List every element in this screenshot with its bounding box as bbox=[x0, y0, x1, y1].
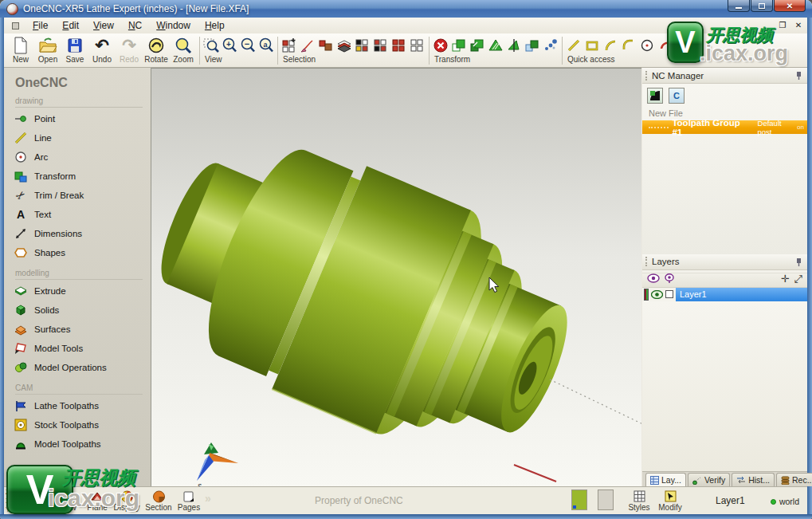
mdi-restore-button[interactable]: ❐ bbox=[777, 20, 788, 30]
tab-verify[interactable]: Verify bbox=[688, 473, 730, 486]
copy-icon[interactable] bbox=[450, 37, 468, 54]
save-button[interactable]: Save bbox=[61, 34, 88, 67]
sidebar-item-surfaces[interactable]: Surfaces bbox=[14, 320, 151, 339]
overflow-chevron-icon[interactable]: » bbox=[205, 492, 211, 505]
sidebar-item-arc[interactable]: Arc bbox=[14, 147, 151, 167]
menu-help[interactable]: Help bbox=[198, 18, 232, 33]
minimize-button[interactable] bbox=[728, 0, 750, 12]
active-layer-label: Layer1 bbox=[716, 495, 745, 506]
rotate-entity-icon[interactable] bbox=[505, 37, 523, 54]
save-label: Save bbox=[66, 55, 84, 64]
layer-visibility-eye-icon[interactable] bbox=[651, 290, 663, 299]
sidebar-item-dimensions[interactable]: Dimensions bbox=[14, 224, 151, 243]
expand-layers-icon[interactable]: ⤢ bbox=[794, 273, 802, 284]
tab-layers[interactable]: Lay... bbox=[645, 473, 686, 486]
nc-code-icon[interactable]: C bbox=[669, 88, 685, 104]
sidebar-item-transform[interactable]: Transform bbox=[14, 167, 151, 186]
sidebar-item-trim-break[interactable]: ✂ Trim / Break bbox=[14, 186, 151, 205]
tab-recent[interactable]: Rec... bbox=[776, 473, 812, 486]
sidebar-item-point[interactable]: Point bbox=[14, 109, 151, 128]
open-button[interactable]: Open bbox=[34, 34, 61, 67]
quick-rect-icon[interactable] bbox=[583, 37, 601, 54]
mirror-icon[interactable] bbox=[487, 37, 504, 54]
sidebar-item-label: Stock Toolpaths bbox=[34, 420, 99, 430]
model-3d-part[interactable]: s bbox=[151, 69, 641, 487]
layer-color-chip[interactable] bbox=[644, 289, 649, 301]
section-button[interactable]: Section bbox=[144, 489, 173, 512]
layer-row[interactable]: Layer1 bbox=[642, 288, 807, 301]
drag-grip-icon[interactable] bbox=[645, 71, 648, 81]
sidebar-item-stock-toolpaths[interactable]: Stock Toolpaths bbox=[14, 415, 151, 434]
select-grid-1-icon[interactable] bbox=[354, 37, 371, 54]
new-button[interactable]: New bbox=[7, 34, 34, 67]
section-drawing-label: drawing bbox=[15, 96, 143, 108]
active-color-swatch[interactable] bbox=[571, 490, 587, 510]
tab-history[interactable]: Hist... bbox=[732, 473, 775, 486]
mdi-document-icon[interactable] bbox=[12, 22, 19, 29]
secondary-color-swatch[interactable] bbox=[598, 490, 614, 510]
drag-grip-icon[interactable] bbox=[645, 257, 648, 266]
redo-button[interactable]: ↷ Redo bbox=[116, 34, 143, 67]
sidebar-item-lathe-toolpaths[interactable]: Lathe Toolpaths bbox=[14, 396, 151, 415]
sidebar-item-model-operations[interactable]: Model Operations bbox=[14, 358, 151, 377]
maximize-button[interactable] bbox=[751, 0, 773, 12]
pin-icon[interactable] bbox=[795, 71, 802, 81]
select-freehand-icon[interactable] bbox=[299, 37, 316, 54]
pin-icon[interactable] bbox=[795, 258, 802, 267]
select-layer-icon[interactable] bbox=[335, 37, 353, 54]
pages-button[interactable]: Pages bbox=[175, 489, 203, 512]
menu-view[interactable]: View bbox=[86, 18, 121, 33]
styles-button[interactable]: Styles bbox=[626, 489, 653, 512]
undo-button[interactable]: ↶ Undo bbox=[88, 34, 116, 67]
sidebar-item-extrude[interactable]: Extrude bbox=[14, 281, 151, 301]
layers-list-empty[interactable] bbox=[642, 301, 807, 472]
menu-nc[interactable]: NC bbox=[121, 18, 149, 33]
zoom-in-icon[interactable]: + bbox=[221, 37, 238, 54]
sidebar-item-text[interactable]: A Text bbox=[14, 205, 151, 224]
select-all-icon[interactable] bbox=[390, 37, 408, 54]
select-grid-2-icon[interactable] bbox=[372, 37, 390, 54]
zoom-out-icon[interactable]: − bbox=[239, 37, 257, 54]
layer-checkbox[interactable] bbox=[665, 290, 673, 298]
quick-arc-icon[interactable] bbox=[602, 37, 619, 54]
sidebar-item-line[interactable]: Line bbox=[14, 128, 151, 147]
quick-line-icon[interactable] bbox=[565, 37, 583, 54]
menu-edit[interactable]: Edit bbox=[55, 18, 86, 33]
zoom-window-icon[interactable] bbox=[202, 37, 220, 54]
layers-header[interactable]: Layers bbox=[642, 254, 807, 270]
nc-toolpath-icon[interactable] bbox=[647, 88, 663, 104]
nc-manager-header[interactable]: NC Manager bbox=[642, 68, 807, 84]
scale-icon[interactable] bbox=[524, 37, 541, 54]
delete-icon[interactable] bbox=[432, 37, 449, 54]
titlebar[interactable]: OneCNC-XR5 Lathe Expert (inches) - [New … bbox=[0, 0, 812, 18]
add-layer-icon[interactable]: ✛ bbox=[781, 273, 790, 284]
menu-file[interactable]: File bbox=[25, 18, 55, 33]
layer-name-selected[interactable]: Layer1 bbox=[676, 288, 807, 301]
viewport-canvas[interactable]: s bbox=[151, 68, 641, 486]
sidebar-item-model-toolpaths[interactable]: Model Toolpaths bbox=[14, 434, 151, 454]
zoom-all-icon[interactable]: a bbox=[257, 37, 275, 54]
select-new-icon[interactable] bbox=[280, 37, 298, 54]
modify-button[interactable]: Modify bbox=[655, 489, 685, 512]
array-icon[interactable] bbox=[542, 37, 559, 54]
menu-window[interactable]: Window bbox=[149, 18, 198, 33]
show-all-layers-icon[interactable] bbox=[647, 273, 660, 283]
sidebar-item-model-tools[interactable]: Model Tools bbox=[14, 339, 151, 358]
centerline-dotted bbox=[550, 379, 641, 427]
select-window-icon[interactable] bbox=[317, 37, 335, 54]
mdi-close-button[interactable]: ✕ bbox=[793, 20, 804, 30]
sidebar-item-label: Extrude bbox=[34, 286, 66, 296]
rotate-button[interactable]: Rotate bbox=[143, 34, 170, 67]
quick-fillet-icon[interactable] bbox=[620, 37, 637, 54]
select-none-icon[interactable] bbox=[409, 37, 426, 54]
sidebar-item-shapes[interactable]: Shapes bbox=[14, 243, 151, 262]
quick-circle-icon[interactable] bbox=[638, 37, 656, 54]
close-button[interactable]: ✕ bbox=[774, 0, 806, 12]
hide-layers-icon[interactable] bbox=[665, 273, 674, 284]
layer-name-label: Layer1 bbox=[680, 289, 707, 299]
move-icon[interactable] bbox=[469, 37, 486, 54]
toolpath-group-row[interactable]: Toolpath Group #1 Default post on bbox=[642, 120, 807, 134]
statusbar-button-label: Section bbox=[145, 504, 171, 512]
zoom-button[interactable]: Zoom bbox=[170, 34, 197, 67]
sidebar-item-solids[interactable]: Solids bbox=[14, 301, 151, 320]
